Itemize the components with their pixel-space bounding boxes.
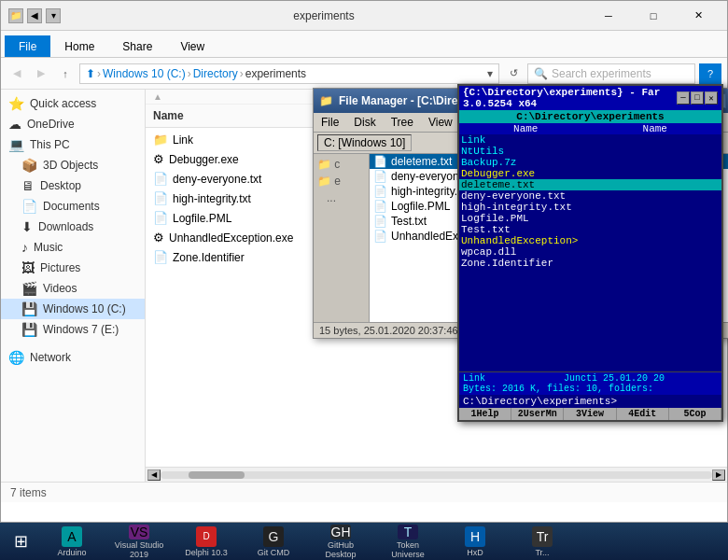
- far-btn-copy[interactable]: 5Cop: [669, 408, 721, 420]
- start-button[interactable]: ⊞: [4, 525, 37, 558]
- fm-menu-tree[interactable]: Tree: [384, 114, 421, 131]
- tab-share[interactable]: Share: [108, 35, 166, 57]
- sidebar-item-this-pc[interactable]: 💻 This PC: [1, 134, 145, 155]
- title-bar: 📁 ◀ ▾ experiments ─ □ ✕: [1, 1, 727, 31]
- taskbar-token[interactable]: T TokenUniverse: [375, 524, 441, 559]
- far-file-name: Backup.7z: [461, 157, 720, 168]
- far-file-test[interactable]: Test.txt: [459, 224, 721, 235]
- fm-menu-disk[interactable]: Disk: [346, 114, 383, 131]
- far-file-logfile[interactable]: Logfile.PML: [459, 213, 721, 224]
- sidebar-item-quick-access[interactable]: ⭐ Quick access: [1, 93, 145, 114]
- breadcrumb-this-pc[interactable]: ⬆: [86, 67, 95, 80]
- search-placeholder: Search experiments: [552, 67, 651, 80]
- sidebar-item-network[interactable]: 🌐 Network: [1, 347, 145, 368]
- tab-file[interactable]: File: [5, 35, 50, 57]
- file-name: Link: [173, 133, 193, 147]
- taskbar-hxd[interactable]: H HxD: [442, 524, 508, 559]
- file-name: Zone.Identifier: [173, 251, 245, 264]
- hxd-label: HxD: [467, 548, 483, 557]
- far-file-zone[interactable]: Zone.Identifier: [459, 258, 721, 269]
- far-maximize-button[interactable]: □: [691, 91, 704, 105]
- doc-icon: 📄: [21, 199, 37, 214]
- scroll-left-button[interactable]: ◀: [147, 469, 161, 481]
- refresh-button[interactable]: ↺: [503, 63, 524, 84]
- far-file-ntutils[interactable]: NtUtils: [459, 146, 721, 157]
- far-file-backup[interactable]: Backup.7z: [459, 157, 721, 168]
- far-file-name: UnhandledException>: [461, 235, 720, 246]
- search-box[interactable]: 🔍 Search experiments: [527, 63, 695, 84]
- sidebar-item-desktop[interactable]: 🖥 Desktop: [1, 175, 145, 196]
- quick-access-icon[interactable]: ◀: [27, 8, 42, 23]
- up-button[interactable]: ↑: [55, 63, 76, 84]
- sidebar-item-onedrive[interactable]: ☁ OneDrive: [1, 114, 145, 134]
- breadcrumb-experiments[interactable]: experiments: [245, 67, 306, 80]
- far-minimize-button[interactable]: ─: [677, 91, 690, 105]
- fm-drive-e[interactable]: 📁 e: [315, 173, 367, 189]
- sidebar-item-windows-e[interactable]: 💾 Windows 7 (E:): [1, 319, 145, 340]
- taskbar-delphi[interactable]: D Delphi 10.3: [174, 524, 239, 559]
- close-button[interactable]: ✕: [677, 1, 720, 31]
- address-dropdown-icon[interactable]: ▾: [487, 67, 493, 80]
- sidebar-label-music: Music: [34, 241, 63, 254]
- forward-button[interactable]: ▶: [31, 63, 51, 84]
- fm-drive-selector[interactable]: C: [Windows 10]: [317, 134, 412, 151]
- tr-icon: Tr: [532, 526, 553, 547]
- help-button[interactable]: ?: [699, 63, 721, 84]
- token-icon: T: [398, 525, 418, 539]
- sidebar-item-3d-objects[interactable]: 📦 3D Objects: [1, 155, 145, 175]
- far-left-panel: C:\Directory\experiments Name Name Link …: [459, 110, 721, 371]
- address-path[interactable]: ⬆ › Windows 10 (C:) › Directory › experi…: [79, 63, 499, 84]
- sidebar-label-windows-c: Windows 10 (C:): [43, 302, 126, 315]
- sidebar-item-videos[interactable]: 🎬 Videos: [1, 278, 145, 299]
- sidebar-item-windows-c[interactable]: 💾 Windows 10 (C:): [1, 299, 145, 319]
- col-header-name[interactable]: Name: [146, 106, 332, 125]
- fm-window-icon: 📁: [319, 94, 333, 107]
- fm-menu-file[interactable]: File: [314, 114, 346, 131]
- far-btn-view[interactable]: 3View: [564, 408, 616, 420]
- back-button[interactable]: ◀: [7, 63, 27, 84]
- far-status-line1: Link Juncti 25.01.20 20: [463, 373, 718, 384]
- sidebar-item-music[interactable]: ♪ Music: [1, 237, 145, 258]
- far-btn-help[interactable]: 1Help: [459, 408, 511, 420]
- breadcrumb-sep2: ›: [188, 67, 191, 80]
- breadcrumb-windows[interactable]: Windows 10 (C:): [103, 67, 186, 80]
- maximize-button[interactable]: □: [632, 1, 675, 31]
- far-command-line[interactable]: C:\Directory\experiments>: [459, 395, 721, 408]
- breadcrumb-directory[interactable]: Directory: [193, 67, 238, 80]
- taskbar-gitcmd[interactable]: G Git CMD: [241, 524, 306, 559]
- fm-menu-view[interactable]: View: [421, 114, 460, 131]
- taskbar-github[interactable]: GH GitHubDesktop: [308, 524, 373, 559]
- taskbar-arduino[interactable]: A Arduino: [39, 524, 105, 559]
- far-file-debugger[interactable]: Debugger.exe: [459, 168, 721, 179]
- far-file-deny[interactable]: deny-everyone.txt: [459, 190, 721, 202]
- far-file-wpcap[interactable]: wpcap.dll: [459, 246, 721, 258]
- far-file-unhandled[interactable]: UnhandledException>: [459, 235, 721, 246]
- taskbar-tr[interactable]: Tr Tr...: [510, 524, 575, 559]
- sidebar-item-downloads[interactable]: ⬇ Downloads: [1, 217, 145, 237]
- customize-icon[interactable]: ▾: [46, 8, 61, 23]
- far-status-bar: Link Juncti 25.01.20 20 Bytes: 2016 K, f…: [459, 371, 721, 395]
- fm-drive-c[interactable]: 📁 c: [315, 156, 367, 173]
- drive-e-icon: 💾: [21, 322, 37, 337]
- far-file-high[interactable]: high-integrity.txt: [459, 202, 721, 213]
- scroll-right-button[interactable]: ▶: [712, 469, 725, 481]
- music-icon: ♪: [21, 240, 28, 255]
- fm-folder-dots[interactable]: ...: [315, 189, 367, 206]
- scroll-thumb[interactable]: [189, 471, 245, 479]
- taskbar-vs[interactable]: VS Visual Studio2019: [106, 524, 172, 559]
- fm-tree-panel: 📁 c 📁 e ...: [314, 154, 370, 322]
- minimize-button[interactable]: ─: [587, 1, 630, 31]
- breadcrumb-sep1: ›: [97, 67, 101, 80]
- star-icon: ⭐: [8, 96, 24, 111]
- tab-view[interactable]: View: [166, 35, 218, 57]
- far-btn-usermn[interactable]: 2UserMn: [511, 408, 564, 420]
- far-file-name: Zone.Identifier: [461, 258, 720, 269]
- tab-home[interactable]: Home: [50, 35, 108, 57]
- horizontal-scrollbar[interactable]: ◀ ▶: [146, 467, 727, 482]
- sidebar-item-documents[interactable]: 📄 Documents: [1, 196, 145, 217]
- far-file-link[interactable]: Link: [459, 134, 721, 146]
- far-file-deleteme[interactable]: deleteme.txt: [459, 179, 721, 190]
- far-close-button[interactable]: ✕: [705, 91, 718, 105]
- far-btn-edit[interactable]: 4Edit: [617, 408, 669, 420]
- sidebar-item-pictures[interactable]: 🖼 Pictures: [1, 258, 145, 278]
